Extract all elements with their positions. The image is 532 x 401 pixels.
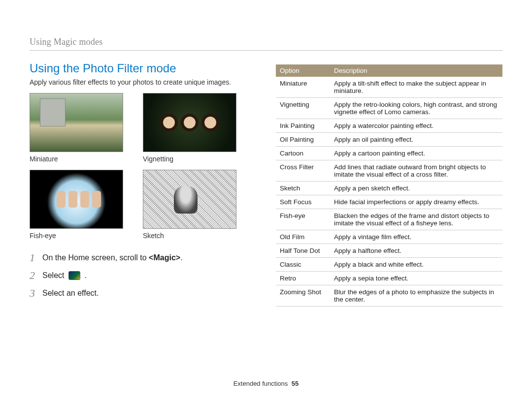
step-number: 1	[30, 251, 42, 264]
option-name: Old Film	[276, 230, 330, 244]
step-3: 3 Select an effect.	[30, 287, 255, 300]
divider	[30, 50, 502, 51]
steps-list: 1 On the Home screen, scroll to <Magic>.…	[30, 251, 255, 300]
table-row: VignettingApply the retro-looking colors…	[276, 98, 502, 119]
option-description: Apply a vintage film effect.	[330, 230, 502, 244]
intro-text: Apply various filter effects to your pho…	[30, 78, 255, 86]
photo-filter-icon	[68, 271, 80, 280]
step-1: 1 On the Home screen, scroll to <Magic>.	[30, 251, 255, 264]
option-name: Oil Painting	[276, 133, 330, 147]
option-description: Apply a black and white effect.	[330, 258, 502, 272]
option-name: Classic	[276, 258, 330, 272]
step-2: 2 Select .	[30, 269, 255, 282]
table-row: Soft FocusHide facial imperfections or a…	[276, 195, 502, 209]
table-row: RetroApply a sepia tone effect.	[276, 272, 502, 285]
option-name: Cross Filter	[276, 160, 330, 182]
option-name: Vignetting	[276, 98, 330, 119]
table-row: CartoonApply a cartoon painting effect.	[276, 147, 502, 160]
table-header-description: Description	[330, 64, 502, 77]
option-description: Apply a tilt-shift effect to make the su…	[330, 77, 502, 98]
table-header-option: Option	[276, 64, 330, 77]
step-text: .	[180, 253, 182, 262]
option-name: Zooming Shot	[276, 285, 330, 307]
table-row: SketchApply a pen sketch effect.	[276, 182, 502, 195]
step-number: 3	[30, 287, 42, 300]
table-row: Fish-eyeBlacken the edges of the frame a…	[276, 209, 502, 230]
option-description: Hide facial imperfections or apply dream…	[330, 195, 502, 209]
step-number: 2	[30, 269, 42, 282]
step-text: On the Home screen, scroll to	[42, 253, 149, 262]
option-description: Blur the edges of a photo to emphasize t…	[330, 285, 502, 307]
step-text: .	[84, 271, 86, 279]
thumbnail-fisheye	[30, 170, 123, 229]
option-description: Apply an oil painting effect.	[330, 133, 502, 147]
section-title: Using the Photo Filter mode	[30, 62, 255, 75]
page-footer: Extended functions 55	[0, 380, 532, 387]
footer-page-number: 55	[292, 380, 299, 387]
table-row: ClassicApply a black and white effect.	[276, 258, 502, 272]
table-row: MiniatureApply a tilt-shift effect to ma…	[276, 77, 502, 98]
option-description: Add lines that radiate outward from brig…	[330, 160, 502, 182]
step-text: Select	[42, 271, 66, 279]
table-row: Oil PaintingApply an oil painting effect…	[276, 133, 502, 147]
step-bold: <Magic>	[149, 253, 180, 262]
thumbnail-label: Vignetting	[143, 155, 236, 163]
option-name: Fish-eye	[276, 209, 330, 230]
options-table: Option Description MiniatureApply a tilt…	[276, 64, 502, 307]
option-description: Apply a watercolor painting effect.	[330, 119, 502, 133]
option-description: Blacken the edges of the frame and disto…	[330, 209, 502, 230]
thumbnail-label: Miniature	[30, 155, 123, 163]
thumbnail-vignetting	[143, 93, 236, 152]
option-name: Miniature	[276, 77, 330, 98]
option-description: Apply a halftone effect.	[330, 244, 502, 258]
option-name: Ink Painting	[276, 119, 330, 133]
thumbnail-label: Fish-eye	[30, 232, 123, 240]
option-name: Cartoon	[276, 147, 330, 160]
option-description: Apply a cartoon painting effect.	[330, 147, 502, 160]
option-description: Apply the retro-looking colors, high con…	[330, 98, 502, 119]
table-row: Old FilmApply a vintage film effect.	[276, 230, 502, 244]
thumbnail-miniature	[30, 93, 123, 152]
option-name: Half Tone Dot	[276, 244, 330, 258]
option-description: Apply a pen sketch effect.	[330, 182, 502, 195]
step-text: Select an effect.	[42, 289, 99, 298]
option-name: Retro	[276, 272, 330, 285]
table-row: Cross FilterAdd lines that radiate outwa…	[276, 160, 502, 182]
table-row: Zooming ShotBlur the edges of a photo to…	[276, 285, 502, 307]
thumbnail-label: Sketch	[143, 232, 236, 240]
option-name: Soft Focus	[276, 195, 330, 209]
footer-section: Extended functions	[233, 380, 288, 387]
option-description: Apply a sepia tone effect.	[330, 272, 502, 285]
thumbnail-grid: Miniature Vignetting Fish-eye Sket	[30, 93, 255, 240]
option-name: Sketch	[276, 182, 330, 195]
table-row: Ink PaintingApply a watercolor painting …	[276, 119, 502, 133]
thumbnail-sketch	[143, 170, 236, 229]
breadcrumb: Using Magic modes	[30, 37, 502, 47]
table-row: Half Tone DotApply a halftone effect.	[276, 244, 502, 258]
